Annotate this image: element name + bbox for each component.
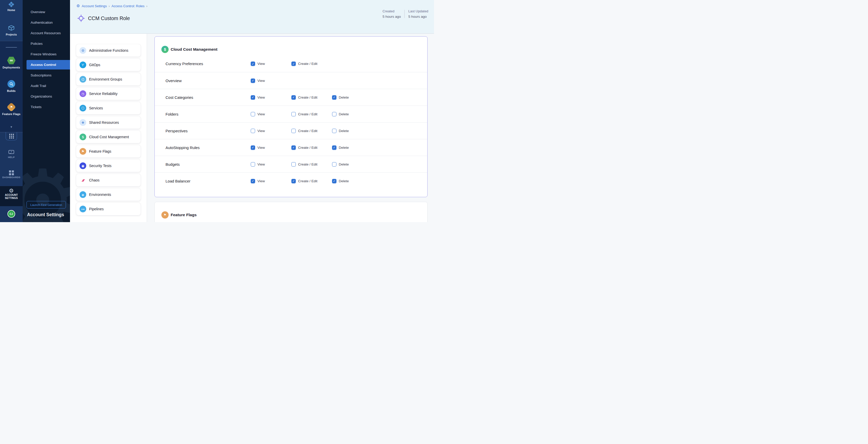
category-pipelines[interactable]: ⊶ Pipelines [76,203,141,215]
permission-row-autostopping-rules: AutoStopping Rules ✓ View ✓ Create / Edi… [155,139,427,156]
feature-flags-panel: ⚑ Feature Flags [154,202,428,222]
resource-category-label: Administrative Functions [89,49,128,53]
category-feature-flags[interactable]: ⚑ Feature Flags [76,145,141,158]
permission-checkbox-group[interactable]: ✓ Create / Edit [291,179,317,183]
nav-help[interactable]: ? HELP [0,150,23,159]
permission-label: View [257,146,265,150]
checked-checkbox-view[interactable]: ✓ [251,179,255,183]
category-environment-groups[interactable]: ⌬ Environment Groups [76,73,141,86]
nav-builds-label: Builds [0,89,23,92]
checked-checkbox-view[interactable]: ✓ [251,78,255,83]
unchecked-checkbox-view[interactable]: ✓ [251,129,255,133]
panel-header: ⚑ Feature Flags [155,202,427,221]
breadcrumb-access-control-roles[interactable]: Access Control: Roles [112,4,145,8]
nav-home[interactable]: ❖ Home [0,1,23,11]
category-environments[interactable]: ◈ Environments [76,188,141,201]
gitops-icon: ϒ [80,62,86,68]
permission-checkbox-group[interactable]: ✓ Create / Edit [291,62,317,66]
sidebar-item-subscriptions[interactable]: Subscriptions [23,70,70,81]
permission-checkbox-group[interactable]: ✓ View [251,162,265,166]
sidebar-item-policies[interactable]: Policies [23,38,70,49]
checked-checkbox-view[interactable]: ✓ [251,146,255,150]
permission-row-label: Currency Preferences [165,62,203,66]
permission-label: Delete [339,162,349,166]
sidebar-item-authentication[interactable]: Authentication [23,17,70,28]
breadcrumb-account-settings[interactable]: Account Settings [82,4,107,8]
permission-checkbox-group[interactable]: ✓ Create / Edit [291,129,317,133]
permission-label: Create / Edit [298,62,317,66]
module-selector-button[interactable] [6,132,17,140]
permission-row-folders: Folders ✓ View ✓ Create / Edit ✓ Delete [155,105,427,122]
permission-checkbox-group[interactable]: ✓ Create / Edit [291,95,317,100]
permission-checkbox-group[interactable]: ✓ View [251,112,265,116]
unchecked-checkbox-create-edit[interactable]: ✓ [291,112,296,116]
unchecked-checkbox-delete[interactable]: ✓ [332,112,336,116]
unchecked-checkbox-view[interactable]: ✓ [251,112,255,116]
cloud-cost-management-panel: $ Cloud Cost Management Currency Prefere… [154,36,428,197]
category-security-tests[interactable]: ◉ Security Tests [76,160,141,172]
category-services[interactable]: ⎔ Services [76,102,141,114]
permission-checkbox-group[interactable]: ✓ View [251,179,265,183]
resource-category-list: ⚙ Administrative Functions ϒ GitOps ⌬ En… [76,44,141,217]
nav-builds[interactable]: Builds [0,80,23,92]
sidebar-item-freeze-windows[interactable]: Freeze Windows [23,49,70,59]
permission-checkbox-group[interactable]: ✓ Delete [332,95,349,100]
sidebar-item-audit-trail[interactable]: Audit Trail [23,81,70,91]
category-cloud-cost-management[interactable]: $ Cloud Cost Management [76,131,141,143]
updated-meta: Last Updated 5 hours ago [408,9,428,19]
chevron-down-icon[interactable]: ▼ [0,125,23,128]
sidebar-item-organizations[interactable]: Organizations [23,91,70,102]
avatar[interactable]: CJ [7,210,15,218]
category-administrative-functions[interactable]: ⚙ Administrative Functions [76,44,141,57]
permission-rows: Currency Preferences ✓ View ✓ Create / E… [155,55,427,189]
checked-checkbox-delete[interactable]: ✓ [332,146,336,150]
unchecked-checkbox-delete[interactable]: ✓ [332,162,336,166]
nav-feature-flags[interactable]: ⚑ Feature Flags [0,103,23,116]
checked-checkbox-create-edit[interactable]: ✓ [291,62,296,66]
breadcrumb-separator: › [146,4,147,8]
sidebar-item-access-control[interactable]: Access Control [23,59,70,70]
checked-checkbox-delete[interactable]: ✓ [332,95,336,100]
permission-checkbox-group[interactable]: ✓ Delete [332,179,349,183]
checked-checkbox-view[interactable]: ✓ [251,95,255,100]
sidebar-item-overview[interactable]: Overview [23,7,70,17]
category-shared-resources[interactable]: ❖ Shared Resources [76,116,141,129]
unchecked-checkbox-view[interactable]: ✓ [251,162,255,166]
checked-checkbox-view[interactable]: ✓ [251,62,255,66]
permission-checkbox-group[interactable]: ✓ View [251,95,265,100]
permission-checkbox-group[interactable]: ✓ View [251,78,265,83]
category-service-reliability[interactable]: ◷ Service Reliability [76,88,141,100]
permission-checkbox-group[interactable]: ✓ Create / Edit [291,146,317,150]
nav-dashboards[interactable]: DASHBOARDS [0,170,23,179]
permission-checkbox-group[interactable]: ✓ View [251,129,265,133]
permission-checkbox-group[interactable]: ✓ Delete [332,162,349,166]
permission-checkbox-group[interactable]: ✓ Delete [332,129,349,133]
unchecked-checkbox-delete[interactable]: ✓ [332,129,336,133]
checked-checkbox-create-edit[interactable]: ✓ [291,146,296,150]
category-chaos[interactable]: ◢◤ Chaos [76,174,141,186]
unchecked-checkbox-create-edit[interactable]: ✓ [291,162,296,166]
permission-row-label: Perspectives [165,129,188,133]
permission-label: Delete [339,95,349,99]
permission-checkbox-group[interactable]: ✓ Create / Edit [291,162,317,166]
permission-checkbox-group[interactable]: ✓ Delete [332,146,349,150]
sidebar-item-account-resources[interactable]: Account Resources [23,28,70,38]
permission-checkbox-group[interactable]: ✓ View [251,62,265,66]
permission-checkbox-group[interactable]: ✓ View [251,146,265,150]
user-menu[interactable]: CJ [0,210,23,218]
permission-checkbox-group[interactable]: ✓ Delete [332,112,349,116]
nav-account-settings[interactable]: ⚙ ACCOUNT SETTINGS [0,188,23,200]
checked-checkbox-create-edit[interactable]: ✓ [291,179,296,183]
launch-first-generation-button[interactable]: Launch First Generation [27,201,66,209]
checked-checkbox-create-edit[interactable]: ✓ [291,95,296,100]
sidebar-item-tickets[interactable]: Tickets [23,102,70,112]
nav-home-label: Home [0,8,23,11]
permission-checkbox-group[interactable]: ✓ Create / Edit [291,112,317,116]
nav-projects[interactable]: Projects [0,25,23,36]
unchecked-checkbox-create-edit[interactable]: ✓ [291,129,296,133]
category-gitops[interactable]: ϒ GitOps [76,59,141,71]
created-label: Created [382,9,401,13]
checked-checkbox-delete[interactable]: ✓ [332,179,336,183]
permission-label: Create / Edit [298,162,317,166]
nav-deployments[interactable]: ∞ Deployments [0,56,23,69]
